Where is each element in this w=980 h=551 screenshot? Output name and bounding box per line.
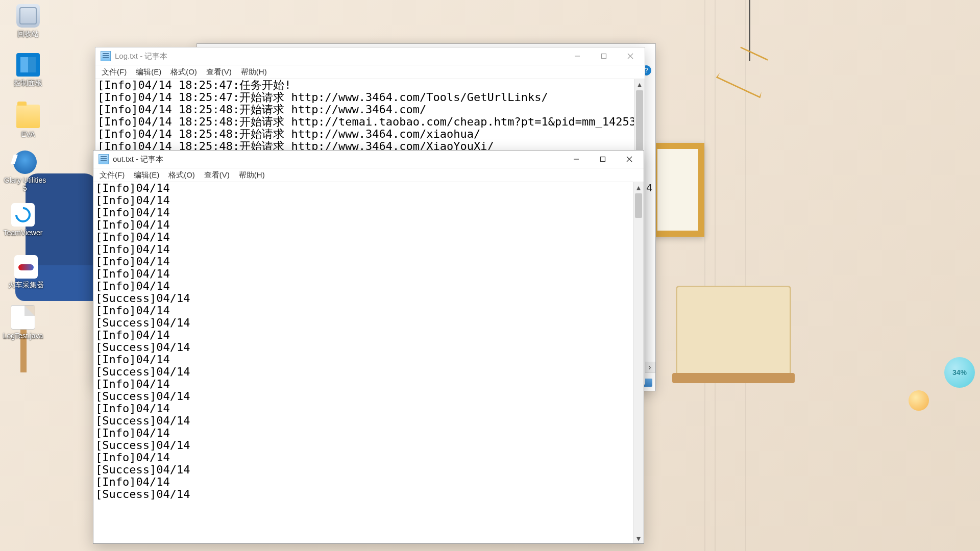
log-line: [Success]04/14 [95,464,631,476]
scroll-up-button[interactable]: ▴ [634,79,645,89]
log-line: [Info]04/14 18:25:48:开始请求 http://www.346… [97,104,632,116]
desktop-icon-label: LogTest.java [3,332,43,340]
log-line: [Info]04/14 [95,305,631,317]
log-line: [Info]04/14 [95,207,631,219]
desktop-icon-logtest[interactable]: LogTest.java [0,305,46,340]
menu-item[interactable]: 查看(V) [202,66,236,78]
log-line: [Info]04/14 [95,280,631,292]
desktop-icon-label: 控制面板 [14,79,42,87]
title-bar[interactable]: out.txt - 记事本 [93,151,644,168]
desktop-icon-huoche[interactable]: 火车采集器 [3,255,49,289]
window-title: out.txt - 记事本 [113,155,163,164]
log-line: [Info]04/14 [95,231,631,243]
desktop-icon-label: Glary Utilities 5 [2,176,48,192]
desktop-icon-label: 回收站 [17,30,39,38]
log-line: [Success]04/14 [95,488,631,500]
desktop-icon-control-panel[interactable]: 控制面板 [5,53,51,87]
log-line: [Info]04/14 18:25:48:开始请求 http://temai.t… [97,116,632,128]
log-line: [Info]04/14 [95,243,631,256]
log-line: [Info]04/14 [95,476,631,488]
notepad-icon [99,154,109,164]
menu-item[interactable]: 帮助(H) [235,169,269,181]
log-line: [Success]04/14 [95,415,631,427]
desktop-icon-recycle-bin[interactable]: 回收站 [5,4,51,38]
log-line: [Info]04/14 [95,182,631,194]
log-line: [Success]04/14 [95,341,631,354]
assistant-percent: 34% [952,368,967,377]
assistant-widget-secondary[interactable] [909,390,929,411]
log-line: [Success]04/14 [95,292,631,305]
desktop-icon-label: EVA [21,130,35,138]
log-line: [Success]04/14 [95,390,631,403]
text-area[interactable]: [Info]04/14[Info]04/14[Info]04/14[Info]0… [93,182,633,543]
log-line: [Info]04/14 18:25:47:任务开始! [97,79,632,91]
notepad-window-out[interactable]: out.txt - 记事本 文件(F)编辑(E)格式(O)查看(V)帮助(H) … [93,150,644,544]
log-line: [Info]04/14 [95,329,631,341]
lamp-shade [716,42,776,98]
menu-item[interactable]: 帮助(H) [237,66,271,78]
menu-item[interactable]: 编辑(E) [130,169,163,181]
log-line: [Info]04/14 18:25:48:开始请求 http://www.346… [97,128,632,140]
scroll-down-button[interactable]: ▾ [633,533,644,543]
side-table [676,286,791,375]
wall-frame [651,143,704,237]
menu-bar: 文件(F)编辑(E)格式(O)查看(V)帮助(H) [95,65,645,79]
recycle-bin-icon [16,4,40,28]
menu-item[interactable]: 文件(F) [97,66,131,78]
title-bar[interactable]: Log.txt - 记事本 [95,47,645,65]
log-line: [Info]04/14 [95,194,631,207]
log-line: [Info]04/14 [95,268,631,280]
maximize-button[interactable] [590,151,616,167]
vertical-scrollbar[interactable]: ▴ ▾ [633,182,644,543]
svg-rect-0 [602,54,606,59]
desktop-icon-glary[interactable]: Glary Utilities 5 [2,151,48,192]
maximize-button[interactable] [591,48,617,64]
log-line: [Info]04/14 [95,403,631,415]
menu-item[interactable]: 格式(O) [164,169,199,181]
teamviewer-icon [11,203,35,227]
menu-item[interactable]: 格式(O) [166,66,201,78]
wall-line [715,0,716,551]
control-panel-icon [16,53,40,77]
desktop-icon-teamviewer[interactable]: TeamViewer [0,203,46,237]
menu-item[interactable]: 编辑(E) [132,66,165,78]
scroll-up-button[interactable]: ▴ [633,182,644,192]
wall-line [704,0,705,551]
close-button[interactable] [616,151,643,167]
log-line: [Info]04/14 18:25:47:开始请求 http://www.346… [97,91,632,104]
eva-folder-icon [16,105,40,128]
log-line: [Info]04/14 [95,256,631,268]
log-line: [Success]04/14 [95,366,631,378]
desktop-icon-label: 火车采集器 [8,281,44,289]
close-button[interactable] [617,48,644,64]
assistant-widget[interactable]: 34% [944,357,975,388]
log-line: [Success]04/14 [95,439,631,452]
scrollbar-thumb[interactable] [636,90,643,152]
logtest-icon [11,305,35,330]
svg-rect-1 [601,157,605,162]
scroll-right-button[interactable]: › [644,362,655,373]
window-title: Log.txt - 记事本 [115,52,167,61]
menu-item[interactable]: 查看(V) [200,169,234,181]
scrollbar-thumb[interactable] [635,193,642,218]
log-line: [Info]04/14 [95,378,631,390]
desktop-icon-eva-folder[interactable]: EVA [5,105,51,138]
log-line: [Info]04/14 [95,427,631,439]
minimize-button[interactable] [563,151,590,167]
huoche-icon [14,255,38,279]
notepad-icon [101,51,111,61]
desktop-icon-label: TeamViewer [4,229,43,237]
log-line: [Info]04/14 [95,452,631,464]
menu-bar: 文件(F)编辑(E)格式(O)查看(V)帮助(H) [93,168,644,182]
log-line: [Info]04/14 [95,354,631,366]
log-line: [Success]04/14 [95,317,631,329]
minimize-button[interactable] [564,48,591,64]
glary-icon [13,151,37,174]
log-line: [Info]04/14 [95,219,631,231]
menu-item[interactable]: 文件(F) [95,169,129,181]
